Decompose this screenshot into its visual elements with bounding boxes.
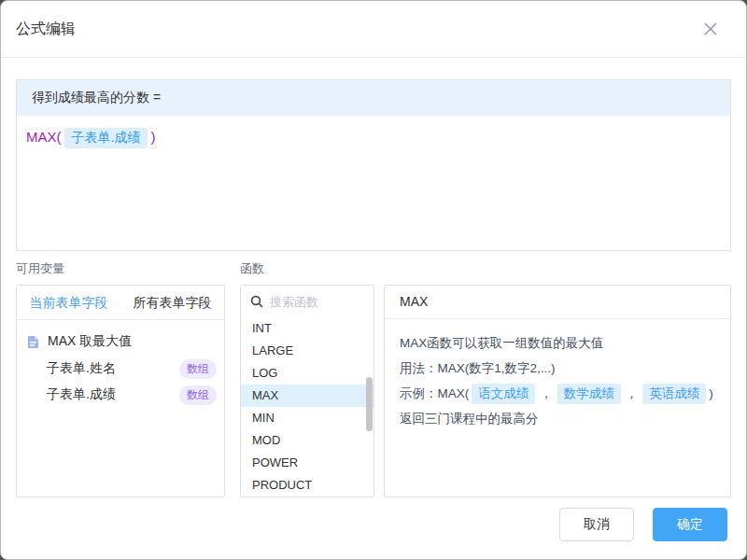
tab-current-form-fields[interactable]: 当前表单字段 [17,286,120,319]
function-list-item[interactable]: PRODUCT [241,474,374,497]
formula-function-name: MAX [26,129,57,145]
confirm-button[interactable]: 确定 [653,508,727,541]
function-list-item-selected[interactable]: MAX [241,385,374,407]
tab-all-form-fields[interactable]: 所有表单字段 [120,286,224,319]
variables-list: MAX 取最大值 子表单.姓名 数组 子表单.成绩 数组 [17,320,224,408]
variable-row[interactable]: 子表单.成绩 数组 [17,382,224,408]
formula-result-label: 得到成绩最高的分数 = [17,80,730,116]
function-list-item[interactable]: POWER [241,452,374,474]
function-search-input[interactable] [270,295,364,309]
panels-row: 可用变量 当前表单字段 所有表单字段 [16,259,731,497]
function-example: 示例：MAX(语文成绩，数学成绩，英语成绩)返回三门课程中的最高分 [400,381,715,431]
function-detail-column: MAX MAX函数可以获取一组数值的最大值 用法：MAX(数字1,数字2,...… [384,259,731,497]
function-detail-panel: MAX MAX函数可以获取一组数值的最大值 用法：MAX(数字1,数字2,...… [384,285,731,497]
function-list-item[interactable]: LARGE [241,340,374,362]
variable-group-label: MAX 取最大值 [48,333,132,350]
formula-editor-dialog: 公式编辑 得到成绩最高的分数 = MAX(子表单.成绩) 可用变量 当前表单字段… [0,0,747,560]
array-type-badge: 数组 [179,359,217,379]
variable-row[interactable]: 子表单.姓名 数组 [17,356,224,382]
function-list-item[interactable]: MIN [241,407,374,429]
functions-panel: INT LARGE LOG MAX MIN MOD POWER PRODUCT [240,285,374,497]
example-separator: ， [540,386,553,400]
formula-box: 得到成绩最高的分数 = MAX(子表单.成绩) [16,79,731,251]
example-field-chip: 数学成绩 [557,384,621,404]
dialog-titlebar: 公式编辑 [1,1,746,58]
functions-column: 函数 INT LARGE LOG MAX MIN MOD POWER [240,259,374,497]
detail-spacer-label [384,259,731,285]
function-list-item[interactable]: MOD [241,429,374,452]
variable-label: 子表单.成绩 [47,386,116,403]
function-list-item[interactable]: INT [241,317,374,340]
function-detail-body: MAX函数可以获取一组数值的最大值 用法：MAX(数字1,数字2,...) 示例… [385,319,730,442]
example-field-chip: 英语成绩 [642,384,706,404]
formula-close-paren: ) [150,129,155,145]
formula-argument-chip[interactable]: 子表单.成绩 [64,128,148,148]
dialog-title: 公式编辑 [16,20,76,39]
variables-section-label: 可用变量 [16,259,225,285]
variable-group-row[interactable]: MAX 取最大值 [17,328,224,356]
function-detail-name: MAX [385,286,730,319]
variables-tabs: 当前表单字段 所有表单字段 [17,286,224,320]
search-icon [250,295,263,308]
formula-open-paren: ( [57,129,62,145]
function-list-item[interactable]: LOG [241,362,374,385]
example-field-chip: 语文成绩 [472,384,535,404]
scrollbar-thumb[interactable] [366,377,373,431]
function-search-row [241,286,374,317]
function-usage: 用法：MAX(数字1,数字2,...) [400,356,715,381]
functions-section-label: 函数 [240,259,374,285]
example-separator: ， [626,386,639,400]
function-description: MAX函数可以获取一组数值的最大值 [400,330,715,356]
formula-input[interactable]: MAX(子表单.成绩) [17,116,730,252]
array-type-badge: 数组 [179,385,217,405]
variable-label: 子表单.姓名 [47,360,116,377]
dialog-footer: 取消 确定 [559,508,727,541]
variables-column: 可用变量 当前表单字段 所有表单字段 [16,259,225,497]
variables-panel: 当前表单字段 所有表单字段 MAX 取最大值 [16,285,225,497]
document-icon [26,335,40,349]
example-prefix: 示例：MAX( [400,386,469,400]
function-list: INT LARGE LOG MAX MIN MOD POWER PRODUCT [241,317,374,497]
cancel-button[interactable]: 取消 [559,508,634,541]
close-icon[interactable] [698,16,724,42]
